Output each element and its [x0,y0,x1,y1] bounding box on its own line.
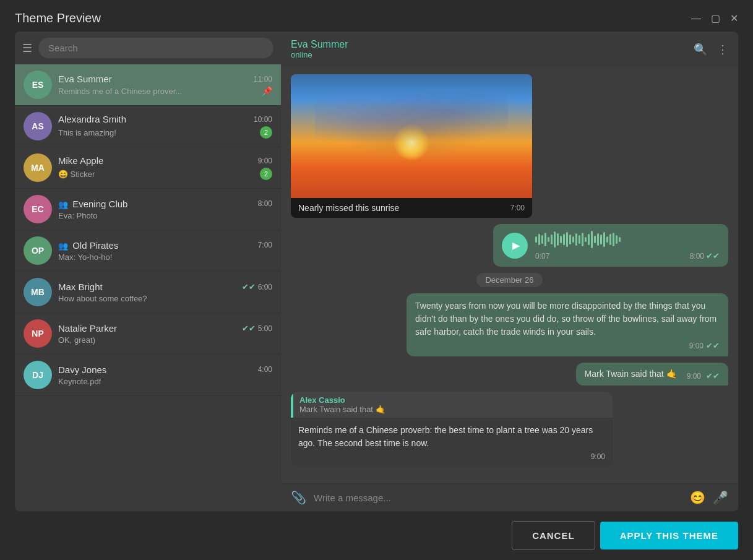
waveform-bar [575,233,577,246]
waveform-bar [541,235,543,244]
chat-preview-max-bright: How about some coffee? [58,294,147,303]
read-check-natalie-parker: ✔✔ [242,324,256,333]
avatar-mike-apple: MA [24,153,52,182]
chat-header: Eva Summer online 🔍 ⋮ [281,32,738,67]
waveform-bar [597,233,599,246]
maximize-button[interactable]: ▢ [711,14,720,24]
more-options-icon[interactable]: ⋮ [717,43,728,56]
chat-preview-natalie-parker: OK, great) [58,335,95,345]
chat-time-mike-apple: 9:00 [258,157,272,165]
waveform-bar [600,235,602,244]
reply-meta: 9:00 [298,452,605,461]
waveform-bar [594,236,596,243]
long-quote-meta: 9:00 ✔✔ [415,341,720,350]
waveform-bar [579,235,580,244]
avatar-evening-club: EC [24,195,52,223]
close-button[interactable]: ✕ [730,14,738,24]
mark-twain-bubble: Mark Twain said that 🤙 9:00 ✔✔ [576,363,728,386]
waveform-bar [606,236,608,243]
long-quote-text: Twenty years from now you will be more d… [415,299,720,338]
emoji-icon[interactable]: 😊 [690,490,705,505]
chat-item-evening-club[interactable]: EC 👥 Evening Club 8:00 Eva: Photo [15,189,281,230]
waveform-bars [535,230,720,249]
avatar-davy-jones: DJ [24,361,52,389]
date-divider: December 26 [476,273,542,287]
waveform-bar [563,234,565,245]
chat-time-old-pirates: 7:00 [258,241,272,249]
chat-name-davy-jones: Davy Jones [58,364,106,375]
chat-contact-status: online [291,50,348,59]
badge-alexandra-smith: 2 [260,126,272,139]
app-title: Theme Preview [15,11,101,25]
waveform-bar [582,233,583,246]
audio-read-check: ✔✔ [706,251,720,261]
waveform-bar [588,234,590,245]
avatar-eva-summer: ES [24,71,52,99]
attachment-icon[interactable]: 📎 [291,490,306,505]
waveform-bar [548,237,549,242]
audio-time-row: 0:07 8:00 ✔✔ [535,251,720,261]
chat-preview-old-pirates: Max: Yo-ho-ho! [58,252,112,262]
chat-preview-davy-jones: Keynote.pdf [58,377,101,386]
chat-item-mike-apple[interactable]: MA Mike Apple 9:00 😄 Sticker 2 [15,147,281,189]
waveform-bar [585,237,587,242]
reply-preview: Mark Twain said that 🤙 [299,405,606,414]
chat-item-old-pirates[interactable]: OP 👥 Old Pirates 7:00 Max: Yo-ho-ho! [15,230,281,272]
chat-name-old-pirates: 👥 Old Pirates [58,240,118,251]
mark-twain-check: ✔✔ [706,371,720,381]
reply-quote: Alex Cassio Mark Twain said that 🤙 [291,392,613,418]
chat-item-natalie-parker[interactable]: NP Natalie Parker ✔✔ 5:00 OK, great) [15,313,281,355]
chat-preview-mike-apple: 😄 Sticker [58,170,95,179]
waveform-bar [551,235,553,244]
chat-info-evening-club: 👥 Evening Club 8:00 Eva: Photo [58,199,272,220]
avatar-old-pirates: OP [24,236,52,265]
reply-author: Alex Cassio [299,395,606,405]
chat-info-max-bright: Max Bright ✔✔ 6:00 How about some coffee… [58,282,272,303]
messages-area: Nearly missed this sunrise 7:00 ▶ [281,67,738,483]
reply-body-text: Reminds me of a Chinese proverb: the bes… [298,424,605,450]
chat-time-evening-club: 8:00 [258,199,272,208]
long-quote-check: ✔✔ [706,341,720,350]
chat-list: ES Eva Summer 11:00 Reminds me of a Chin… [15,64,281,511]
hamburger-icon[interactable]: ☰ [22,41,32,55]
audio-waveform: 0:07 8:00 ✔✔ [535,230,720,261]
play-icon: ▶ [512,239,520,251]
audio-duration: 0:07 [535,252,549,261]
minimize-button[interactable]: — [691,14,701,24]
badge-mike-apple: 2 [260,168,272,180]
cancel-button[interactable]: CANCEL [512,521,595,550]
search-input[interactable] [38,38,273,58]
avatar-natalie-parker: NP [24,319,52,348]
long-quote-time: 9:00 [689,342,704,350]
chat-time-max-bright: ✔✔ 6:00 [242,282,272,291]
reply-message: Alex Cassio Mark Twain said that 🤙 Remin… [291,392,613,467]
chat-header-actions: 🔍 ⋮ [694,43,728,56]
apply-theme-button[interactable]: APPLY THIS THEME [600,522,738,549]
audio-msg-time: 8:00 ✔✔ [690,251,720,261]
chat-item-eva-summer[interactable]: ES Eva Summer 11:00 Reminds me of a Chin… [15,64,281,106]
chat-info-davy-jones: Davy Jones 4:00 Keynote.pdf [58,364,272,386]
chat-header-info: Eva Summer online [291,39,348,59]
message-input[interactable] [314,493,682,503]
waveform-bar [535,236,537,243]
chat-time-alexandra-smith: 10:00 [254,115,272,124]
chat-time-natalie-parker: ✔✔ 5:00 [242,324,272,333]
chat-item-alexandra-smith[interactable]: AS Alexandra Smith 10:00 This is amazing… [15,106,281,147]
waveform-bar [560,236,562,243]
play-button[interactable]: ▶ [502,233,528,259]
chat-item-max-bright[interactable]: MB Max Bright ✔✔ 6:00 How about some cof… [15,272,281,313]
waveform-bar [572,236,574,243]
chat-info-alexandra-smith: Alexandra Smith 10:00 This is amazing! 2 [58,114,272,139]
chat-info-natalie-parker: Natalie Parker ✔✔ 5:00 OK, great) [58,323,272,345]
avatar-max-bright: MB [24,278,52,306]
search-chat-icon[interactable]: 🔍 [694,43,707,56]
waveform-bar [603,232,605,247]
chat-name-mike-apple: Mike Apple [58,155,103,166]
app-container: Theme Preview — ▢ ✕ ☰ ES Eva Summer [0,0,753,560]
chat-preview-evening-club: Eva: Photo [58,211,98,220]
chat-area: Eva Summer online 🔍 ⋮ Nearly missed this… [281,32,738,511]
microphone-icon[interactable]: 🎤 [713,490,728,505]
chat-input-area: 📎 😊 🎤 [281,483,738,511]
group-icon-old-pirates: 👥 [58,241,68,251]
chat-item-davy-jones[interactable]: DJ Davy Jones 4:00 Keynote.pdf [15,355,281,396]
